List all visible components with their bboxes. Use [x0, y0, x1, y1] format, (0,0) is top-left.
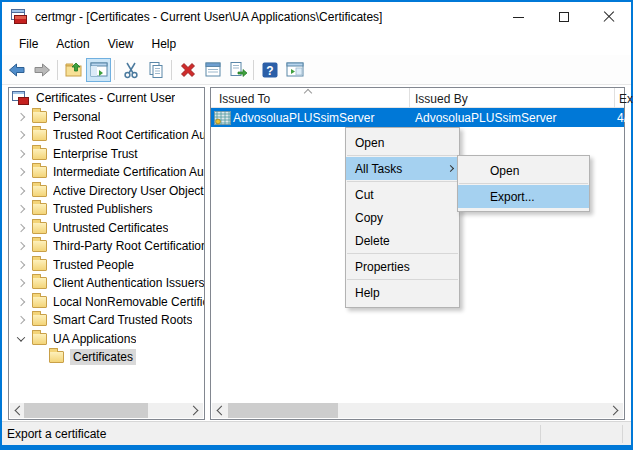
submenu-open[interactable]: Open: [458, 159, 589, 182]
chevron-right-icon[interactable]: [17, 242, 25, 250]
scroll-right-icon[interactable]: [189, 406, 199, 416]
scroll-left-icon[interactable]: [217, 406, 227, 416]
submenu-arrow-icon: [447, 165, 454, 172]
column-divider[interactable]: [614, 88, 615, 108]
context-menu: Open All Tasks Cut Copy Delete Propertie…: [345, 127, 460, 308]
menu-separator: [459, 183, 588, 184]
menu-separator: [347, 279, 458, 280]
properties-icon: [203, 60, 223, 80]
delete-button[interactable]: [175, 58, 200, 82]
chevron-right-icon[interactable]: [17, 316, 25, 324]
all-tasks-submenu: Open Export...: [457, 155, 590, 212]
svg-text:?: ?: [266, 63, 273, 77]
scroll-right-icon[interactable]: [609, 406, 619, 416]
submenu-export[interactable]: Export...: [458, 185, 589, 208]
show-hide-console-tree-icon: [89, 60, 109, 80]
chevron-right-icon[interactable]: [17, 131, 25, 139]
show-window-button[interactable]: [282, 58, 307, 82]
context-menu-help[interactable]: Help: [346, 281, 459, 304]
toolbar-separator: [171, 60, 172, 80]
menu-file[interactable]: File: [10, 34, 47, 54]
toolbar-separator: [114, 60, 115, 80]
tree-item-ua-applications[interactable]: UA Applications: [9, 330, 204, 349]
folder-icon: [32, 333, 47, 345]
maximize-button[interactable]: [541, 2, 586, 32]
folder-icon: [32, 111, 47, 123]
tree-horizontal-scrollbar[interactable]: [10, 403, 203, 418]
tree-item-trusted-people[interactable]: Trusted People: [9, 256, 204, 275]
column-issued-by[interactable]: Issued By: [415, 92, 468, 106]
chevron-right-icon[interactable]: [17, 298, 25, 306]
tree-item-client-authentication-issuers[interactable]: Client Authentication Issuers: [9, 274, 204, 293]
copy-button[interactable]: [143, 58, 168, 82]
scrollbar-thumb[interactable]: [24, 403, 148, 418]
column-divider[interactable]: [409, 88, 410, 108]
tree-item-intermediate-certification-authorities[interactable]: Intermediate Certification Au: [9, 163, 204, 182]
status-text: Export a certificate: [7, 427, 106, 441]
folder-icon: [32, 314, 47, 326]
status-bar: Export a certificate: [2, 421, 631, 445]
chevron-right-icon[interactable]: [17, 150, 25, 158]
cut-button[interactable]: [118, 58, 143, 82]
scrollbar-thumb[interactable]: [228, 403, 338, 418]
list-horizontal-scrollbar[interactable]: [212, 403, 623, 418]
context-menu-delete[interactable]: Delete: [346, 229, 459, 252]
export-list-button[interactable]: [225, 58, 250, 82]
chevron-right-icon[interactable]: [17, 205, 25, 213]
column-expiration[interactable]: Ex: [619, 92, 633, 106]
chevron-right-icon[interactable]: [17, 168, 25, 176]
menu-bar: File Action View Help: [2, 32, 631, 55]
toolbar-separator: [253, 60, 254, 80]
tree-item-active-directory-user-object[interactable]: Active Directory User Object: [9, 182, 204, 201]
tree-item-trusted-root-certification-authorities[interactable]: Trusted Root Certification Au: [9, 126, 204, 145]
cut-icon: [121, 60, 141, 80]
chevron-right-icon[interactable]: [17, 261, 25, 269]
tree-item-smart-card-trusted-roots[interactable]: Smart Card Trusted Roots: [9, 311, 204, 330]
menu-separator: [347, 155, 458, 156]
chevron-right-icon[interactable]: [17, 224, 25, 232]
chevron-right-icon[interactable]: [17, 113, 25, 121]
tree-item-enterprise-trust[interactable]: Enterprise Trust: [9, 145, 204, 164]
forward-button[interactable]: [29, 58, 54, 82]
menu-help[interactable]: Help: [143, 34, 186, 54]
tree-item-local-nonremovable-certificates[interactable]: Local NonRemovable Certific: [9, 293, 204, 312]
show-hide-console-tree-button[interactable]: [86, 58, 111, 82]
context-menu-copy[interactable]: Copy: [346, 206, 459, 229]
help-button[interactable]: ?: [257, 58, 282, 82]
scroll-left-icon[interactable]: [15, 406, 25, 416]
console-tree-panel: Certificates - Current User Personal Tru…: [8, 87, 205, 420]
properties-button[interactable]: [200, 58, 225, 82]
menu-view[interactable]: View: [99, 34, 143, 54]
chevron-down-icon[interactable]: [17, 333, 25, 341]
cell-expiration: 4/: [617, 111, 627, 125]
folder-icon: [32, 277, 47, 289]
context-menu-properties[interactable]: Properties: [346, 255, 459, 278]
chevron-right-icon[interactable]: [17, 187, 25, 195]
tree-root-certificates-current-user[interactable]: Certificates - Current User: [9, 89, 204, 108]
tree-item-certificates-selected[interactable]: Certificates: [9, 348, 204, 367]
tree-item-personal[interactable]: Personal: [9, 108, 204, 127]
cell-issued-by: AdvosoluaPLUSsimServer: [415, 111, 556, 125]
title-bar: certmgr - [Certificates - Current User\U…: [2, 2, 631, 32]
close-icon: [603, 11, 615, 23]
context-menu-cut[interactable]: Cut: [346, 183, 459, 206]
folder-icon: [32, 240, 47, 252]
menu-action[interactable]: Action: [47, 34, 98, 54]
back-button[interactable]: [4, 58, 29, 82]
close-button[interactable]: [586, 2, 631, 32]
certificate-row-selected[interactable]: AdvosoluaPLUSsimServer AdvosoluaPLUSsimS…: [211, 108, 624, 127]
menu-separator: [347, 181, 458, 182]
tree-item-untrusted-certificates[interactable]: Untrusted Certificates: [9, 219, 204, 238]
up-one-level-button[interactable]: [61, 58, 86, 82]
tree-item-third-party-root-certification[interactable]: Third-Party Root Certification: [9, 237, 204, 256]
chevron-right-icon[interactable]: [17, 279, 25, 287]
context-menu-open[interactable]: Open: [346, 131, 459, 154]
folder-icon: [32, 203, 47, 215]
show-window-icon: [285, 60, 305, 80]
column-issued-to[interactable]: Issued To: [219, 92, 270, 106]
tree-item-trusted-publishers[interactable]: Trusted Publishers: [9, 200, 204, 219]
context-menu-all-tasks[interactable]: All Tasks: [346, 157, 459, 180]
statusbar-divider: [622, 425, 623, 443]
minimize-button[interactable]: [496, 2, 541, 32]
export-list-icon: [228, 60, 248, 80]
